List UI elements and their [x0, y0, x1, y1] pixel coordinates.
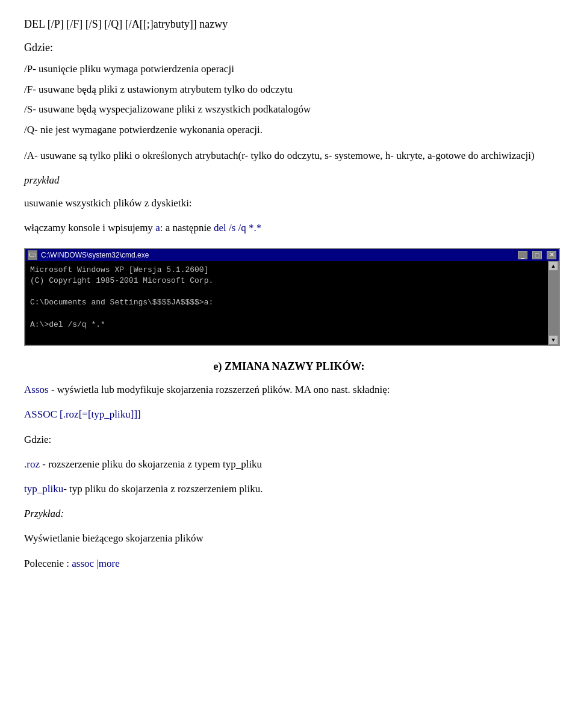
cmd-close-button[interactable]: ✕ [547, 251, 556, 259]
wlaczamy-mid: a następnie [163, 222, 214, 233]
page-content: DEL [/P] [/F] [/S] [/Q] [/A[[;]atrybuty]… [24, 18, 554, 572]
cmd-line-6: A:\>del /s/q *.* [30, 319, 543, 330]
cmd-line-2: (C) Copyright 1985-2001 Microsoft Corp. [30, 276, 543, 286]
cmd-window: C:\ C:\WINDOWS\system32\cmd.exe _ □ ✕ Mi… [24, 248, 560, 346]
section-e-heading: e) ZMIANA NAZWY PLIKÓW: [24, 360, 554, 373]
typ-text: - typ pliku do skojarzenia z rozszerzeni… [63, 483, 263, 495]
cmd-title: C:\WINDOWS\system32\cmd.exe [41, 251, 513, 259]
gdzie-label: Gdzie: [24, 42, 554, 54]
cmd-line-1: Microsoft Windows XP [Wersja 5.1.2600] [30, 265, 543, 276]
param-s: /S- usuwane będą wyspecjalizowane pliki … [24, 102, 554, 117]
assos-label: Assos [24, 384, 49, 395]
assoc-syntax-text: ASSOC [.roz[=[typ_pliku]]] [24, 409, 141, 420]
polecenie-line: Polecenie : assoc |more [24, 555, 554, 572]
wlaczamy-a: a: [155, 222, 163, 233]
section-e-przyklad-label: Przykład: [24, 505, 554, 522]
cmd-line-7 [30, 330, 543, 341]
cmd-scroll-up-button[interactable]: ▲ [548, 261, 558, 271]
param-p: /P- usunięcie pliku wymaga potwierdzenia… [24, 61, 554, 77]
assos-text: - wyświetla lub modyfikuje skojarzenia r… [49, 384, 390, 395]
assoc-cmd: assoc |more [72, 558, 119, 569]
param-q: /Q- nie jest wymagane potwierdzenie wyko… [24, 122, 554, 138]
section-e-przyklad-text: Wyświetlanie bieżącego skojarzenia plikó… [24, 530, 554, 546]
param-a: /A- usuwane są tylko pliki o określonych… [24, 148, 554, 164]
assoc-syntax: ASSOC [.roz[=[typ_pliku]]] [24, 406, 554, 422]
param-f: /F- usuwane będą pliki z ustawionym atry… [24, 82, 554, 97]
wlaczamy-line: włączamy konsole i wpisujemy a: a następ… [24, 220, 554, 236]
cmd-line-3 [30, 286, 543, 297]
cmd-minimize-button[interactable]: _ [518, 251, 527, 259]
roz-text: - rozszerzenie pliku do skojarzenia z ty… [40, 458, 262, 470]
cmd-scrollbar: ▲ ▼ [548, 261, 559, 345]
cmd-line-4: C:\Documents and Settings\$$$$JA$$$$>a: [30, 297, 543, 308]
section-e-gdzie: Gdzie: [24, 431, 554, 448]
cmd-text-area: Microsoft Windows XP [Wersja 5.1.2600] (… [25, 261, 548, 345]
assos-line: Assos - wyświetla lub modyfikuje skojarz… [24, 381, 554, 398]
roz-label: .roz [24, 458, 40, 470]
syntax-line: DEL [/P] [/F] [/S] [/Q] [/A[[;]atrybuty]… [24, 18, 554, 31]
przyklad-text: usuwanie wszystkich plików z dyskietki: [24, 195, 554, 211]
roz-line: .roz - rozszerzenie pliku do skojarzenia… [24, 456, 554, 472]
cmd-line-5 [30, 309, 543, 319]
typ-label: typ_pliku [24, 483, 63, 495]
typ-line: typ_pliku- typ pliku do skojarzenia z ro… [24, 481, 554, 497]
cmd-scroll-down-button[interactable]: ▼ [548, 335, 558, 345]
cmd-body: Microsoft Windows XP [Wersja 5.1.2600] (… [25, 261, 559, 345]
cmd-maximize-button[interactable]: □ [532, 251, 542, 259]
wlaczamy-before: włączamy konsole i wpisujemy [24, 222, 155, 233]
cmd-icon: C:\ [28, 250, 37, 260]
wlaczamy-cmd: del /s /q *.* [214, 222, 261, 233]
polecenie-label: Polecenie : [24, 558, 72, 569]
przyklad-label: przykład [24, 174, 554, 187]
cmd-titlebar: C:\ C:\WINDOWS\system32\cmd.exe _ □ ✕ [25, 249, 559, 261]
